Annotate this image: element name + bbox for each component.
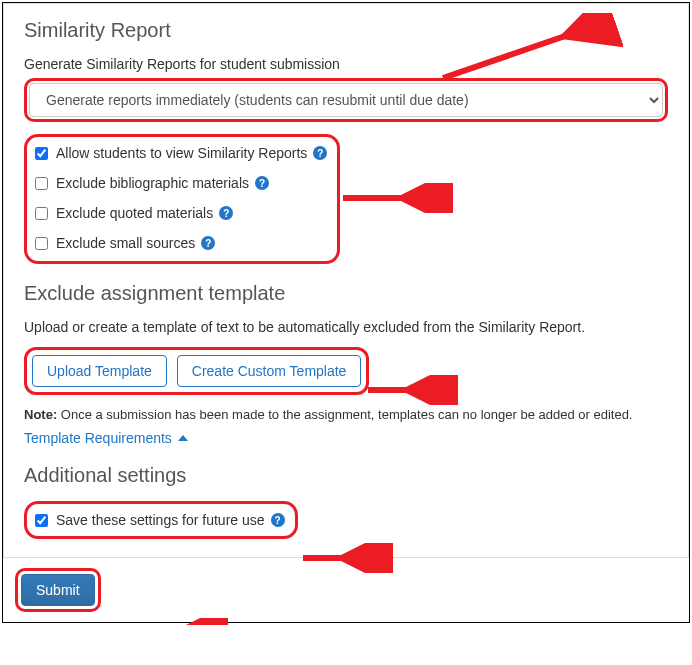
generate-reports-select[interactable]: Generate reports immediately (students c… [29,83,663,117]
note-text: Once a submission has been made to the a… [57,407,632,422]
help-icon[interactable]: ? [255,176,269,190]
exclude-small-label: Exclude small sources [56,235,195,251]
generate-reports-label: Generate Similarity Reports for student … [24,56,668,72]
note-prefix: Note: [24,407,57,422]
allow-students-view-label: Allow students to view Similarity Report… [56,145,307,161]
template-requirements-link[interactable]: Template Requirements [24,430,188,446]
allow-students-view-row: Allow students to view Similarity Report… [35,145,327,161]
help-icon[interactable]: ? [219,206,233,220]
similarity-report-heading: Similarity Report [24,19,668,42]
exclude-quoted-checkbox[interactable] [35,207,48,220]
exclude-biblio-row: Exclude bibliographic materials ? [35,175,327,191]
help-icon[interactable]: ? [201,236,215,250]
help-icon[interactable]: ? [313,146,327,160]
exclude-biblio-label: Exclude bibliographic materials [56,175,249,191]
upload-template-button[interactable]: Upload Template [32,355,167,387]
template-requirements-label: Template Requirements [24,430,172,446]
highlight-submit: Submit [15,568,101,612]
highlight-template-buttons: Upload Template Create Custom Template [24,347,369,395]
create-custom-template-button[interactable]: Create Custom Template [177,355,362,387]
exclude-small-row: Exclude small sources ? [35,235,327,251]
additional-settings-heading: Additional settings [24,464,668,487]
exclude-biblio-checkbox[interactable] [35,177,48,190]
exclude-quoted-label: Exclude quoted materials [56,205,213,221]
template-note: Note: Once a submission has been made to… [24,407,668,422]
exclude-small-checkbox[interactable] [35,237,48,250]
save-settings-label: Save these settings for future use [56,512,265,528]
footer: Submit [3,558,689,622]
save-settings-row: Save these settings for future use ? [35,512,285,528]
highlight-select: Generate reports immediately (students c… [24,78,668,122]
highlight-checkbox-group: Allow students to view Similarity Report… [24,134,340,264]
highlight-save-settings: Save these settings for future use ? [24,501,298,539]
submit-button[interactable]: Submit [21,574,95,606]
save-settings-checkbox[interactable] [35,514,48,527]
exclude-template-desc: Upload or create a template of text to b… [24,319,668,335]
allow-students-view-checkbox[interactable] [35,147,48,160]
help-icon[interactable]: ? [271,513,285,527]
exclude-template-heading: Exclude assignment template [24,282,668,305]
exclude-quoted-row: Exclude quoted materials ? [35,205,327,221]
chevron-up-icon [178,435,188,441]
